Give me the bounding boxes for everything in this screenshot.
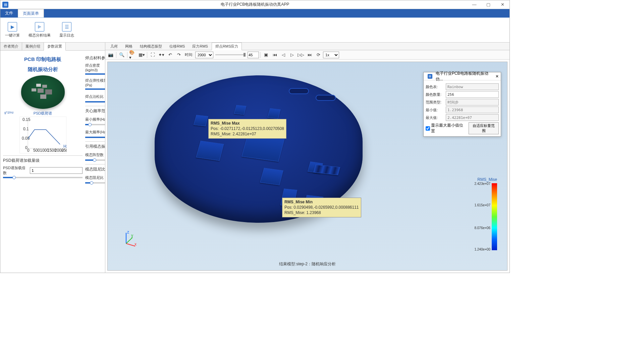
freq-group-title: 关心频率范围 — [85, 108, 105, 115]
record-icon[interactable]: ▣ — [262, 51, 270, 59]
titlebar: ▤ 电子行业PCB电路板随机振动仿真APP — ▢ ✕ — [0, 0, 509, 9]
cb-min: 1.240e+00 — [474, 248, 490, 251]
svg-line-15 — [126, 244, 135, 246]
min-freq-slider[interactable] — [85, 124, 105, 125]
first-frame-icon[interactable]: ⏮ — [271, 51, 279, 59]
close-button[interactable]: ✕ — [495, 0, 509, 9]
play-icon[interactable]: ▷ — [288, 51, 296, 59]
modulus-slider[interactable] — [85, 88, 105, 90]
svg-text:z: z — [127, 230, 129, 234]
tab-solder-rms[interactable]: 焊点RMS应力 — [212, 43, 242, 50]
colormap-select[interactable] — [446, 83, 499, 90]
damping-slider[interactable] — [85, 182, 105, 184]
colormap-icon[interactable]: ▦▾ — [138, 51, 146, 59]
left-tabs: 作者简介 案例介绍 参数设置 — [0, 43, 105, 51]
max-value-label: 最大值: — [426, 115, 444, 120]
view-tabs: 几何 网格 结构模态振型 位移RMS 应力RMS 焊点RMS应力 — [105, 43, 509, 50]
menubar: 文件 页面菜单 — [0, 9, 509, 18]
show-log-button[interactable]: ☰ 显示日志 — [57, 20, 76, 40]
zoom-icon[interactable]: 🔍 — [118, 51, 126, 59]
cb-v3: 8.076e+06 — [474, 226, 490, 230]
left-panel: 作者简介 案例介绍 参数设置 PCB 印制电路板 随机振动分析 g^2/Hz P… — [0, 43, 105, 273]
menu-page[interactable]: 页面菜单 — [18, 9, 44, 17]
log-icon: ☰ — [62, 22, 71, 31]
app-icon: ▤ — [2, 2, 8, 8]
psd-chart-title: PSD载荷谱 — [3, 111, 83, 116]
tab-stress-rms[interactable]: 应力RMS — [189, 43, 211, 50]
prev-frame-icon[interactable]: ◁ — [279, 51, 287, 59]
poisson-label: 焊点泊松比 — [85, 94, 105, 99]
tab-case[interactable]: 案例介绍 — [22, 43, 44, 50]
tab-mesh[interactable]: 网格 — [121, 43, 136, 50]
tab-disp-rms[interactable]: 位移RMS — [166, 43, 189, 50]
rotate-left-icon[interactable]: ↶ — [166, 51, 174, 59]
damping-group-title: 模态阻尼比 — [85, 166, 105, 173]
density-slider[interactable] — [85, 73, 105, 75]
colormap-panel[interactable]: ▤ 电子行业PCB电路板随机振动仿... ✕ 颜色表: 颜色数量: 范围类型: … — [423, 72, 501, 137]
range-type-label: 范围类型: — [426, 100, 444, 105]
colorbar: RMS_Mise 2.423e+07 1.615e+07 8.076e+06 1… — [470, 177, 497, 250]
show-extrema-checkbox[interactable]: 显示最大最小值位置 — [426, 123, 467, 134]
camera-tool-icon[interactable]: 🎨▾ — [129, 51, 137, 59]
right-panel: 几何 网格 结构模态振型 位移RMS 应力RMS 焊点RMS应力 📷 🔍 🎨▾ … — [105, 43, 509, 273]
modes-group-title: 引用模态振型数 — [85, 144, 105, 150]
wave-icon: ⫸ — [35, 22, 44, 31]
axis-gizmo: z x y — [121, 230, 138, 247]
max-freq-slider[interactable] — [85, 137, 105, 138]
axis-icon[interactable]: ✦▾ — [157, 51, 165, 59]
colormap-label: 颜色表: — [426, 84, 444, 89]
svg-text:0: 0 — [27, 148, 30, 153]
modal-label: 模态分析结果 — [29, 33, 51, 38]
svg-text:0.15: 0.15 — [22, 117, 31, 122]
ncolors-label: 颜色数量: — [426, 92, 444, 97]
tab-params[interactable]: 参数设置 — [44, 43, 66, 51]
tab-geometry[interactable]: 几何 — [107, 43, 121, 50]
annot-min-val: RMS_Mise: 1.23968 — [284, 210, 359, 215]
loop-icon[interactable]: ⟳ — [314, 51, 322, 59]
rotate-right-icon[interactable]: ↷ — [175, 51, 183, 59]
poisson-slider[interactable] — [85, 101, 105, 102]
svg-text:0.1: 0.1 — [23, 127, 29, 131]
modes-slider[interactable] — [85, 159, 105, 161]
density-label: 焊点密度(kg/m3) — [85, 63, 105, 72]
ribbon: ▶ 一键计算 ⫸ 模态分析结果 ☰ 显示日志 — [0, 18, 509, 43]
next-frame-icon[interactable]: ▷▷ — [297, 51, 305, 59]
auto-range-button[interactable]: 自适应标量范围 — [469, 122, 499, 134]
cb-v2: 1.615e+07 — [474, 203, 490, 207]
time-select[interactable]: 2000 — [195, 52, 213, 58]
annotation-min: RMS_Mise Min Pos: 0.0290498,-0.0265992,0… — [282, 198, 361, 217]
menu-file[interactable]: 文件 — [0, 9, 18, 17]
psd-factor-slider[interactable] — [3, 177, 83, 178]
tab-author[interactable]: 作者简介 — [0, 43, 22, 50]
max-value-input[interactable] — [446, 114, 499, 121]
ncolors-input[interactable] — [446, 91, 499, 98]
viewport-3d[interactable]: RMS_Mise Max Pos: -0.0271172,-0.0125123,… — [107, 62, 507, 271]
panel-close-icon[interactable]: ✕ — [495, 74, 499, 79]
svg-text:500: 500 — [33, 148, 40, 153]
pcb-thumbnail — [21, 75, 65, 109]
maximize-button[interactable]: ▢ — [481, 0, 495, 9]
camera-icon[interactable]: 📷 — [107, 51, 115, 59]
modulus-label: 焊点弹性模量(Pa) — [85, 78, 105, 87]
time-slider[interactable] — [215, 54, 246, 55]
min-value-input[interactable] — [446, 107, 499, 113]
fit-icon[interactable]: ⛶ — [149, 51, 157, 59]
range-type-select[interactable] — [446, 99, 499, 106]
time-label: 时间: — [185, 52, 193, 57]
compute-button[interactable]: ▶ 一键计算 — [3, 20, 22, 40]
modal-results-button[interactable]: ⫸ 模态分析结果 — [26, 20, 53, 40]
tab-struct-modes[interactable]: 结构模态振型 — [136, 43, 166, 50]
minimize-button[interactable]: — — [467, 0, 481, 9]
psd-factor-input[interactable] — [30, 167, 83, 174]
svg-text:x: x — [135, 242, 137, 247]
last-frame-icon[interactable]: ⏭ — [306, 51, 314, 59]
panel-title: 电子行业PCB电路板随机振动仿... — [436, 71, 495, 82]
cb-max: 2.423e+07 — [474, 182, 490, 186]
step-input[interactable] — [248, 52, 259, 58]
svg-text:y: y — [131, 233, 133, 238]
solder-group-title: 焊点材料参数 — [85, 55, 105, 62]
min-freq-label: 最小频率(Hz) — [85, 117, 105, 122]
colorbar-gradient — [492, 183, 497, 250]
log-label: 显示日志 — [59, 33, 74, 38]
speed-select[interactable]: 1x — [323, 52, 339, 58]
